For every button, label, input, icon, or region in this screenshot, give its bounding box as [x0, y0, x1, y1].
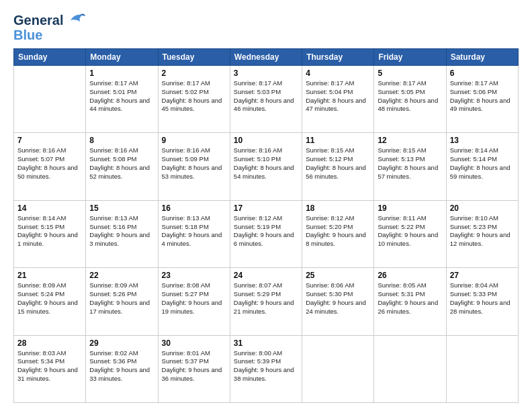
calendar-cell: 12Sunrise: 8:15 AMSunset: 5:13 PMDayligh…	[374, 133, 446, 200]
calendar-cell: 28Sunrise: 8:03 AMSunset: 5:34 PMDayligh…	[14, 335, 86, 402]
calendar-cell	[374, 335, 446, 402]
calendar-cell: 13Sunrise: 8:14 AMSunset: 5:14 PMDayligh…	[446, 133, 518, 200]
day-detail: Sunrise: 8:16 AMSunset: 5:08 PMDaylight:…	[89, 146, 154, 181]
day-number: 13	[450, 136, 515, 145]
day-number: 18	[306, 203, 370, 213]
weekday-header-saturday: Saturday	[446, 49, 518, 66]
logo-bird-icon	[65, 11, 87, 30]
day-number: 15	[89, 203, 154, 213]
day-number: 9	[162, 136, 226, 145]
calendar-cell	[446, 335, 518, 402]
day-detail: Sunrise: 8:10 AMSunset: 5:23 PMDaylight:…	[450, 214, 515, 248]
day-detail: Sunrise: 8:13 AMSunset: 5:16 PMDaylight:…	[89, 214, 154, 248]
day-number: 28	[17, 338, 82, 348]
day-number: 6	[450, 68, 515, 78]
day-detail: Sunrise: 8:17 AMSunset: 5:02 PMDaylight:…	[162, 79, 226, 113]
day-detail: Sunrise: 8:16 AMSunset: 5:10 PMDaylight:…	[234, 146, 298, 181]
day-detail: Sunrise: 8:15 AMSunset: 5:12 PMDaylight:…	[306, 146, 370, 181]
day-number: 20	[450, 203, 515, 213]
day-number: 23	[162, 271, 226, 280]
calendar-cell: 14Sunrise: 8:14 AMSunset: 5:15 PMDayligh…	[14, 200, 86, 267]
calendar-week-row: 7Sunrise: 8:16 AMSunset: 5:07 PMDaylight…	[14, 133, 519, 200]
calendar-cell: 20Sunrise: 8:10 AMSunset: 5:23 PMDayligh…	[446, 200, 518, 267]
day-detail: Sunrise: 8:02 AMSunset: 5:36 PMDaylight:…	[89, 349, 154, 383]
day-number: 19	[378, 203, 442, 213]
calendar-cell: 17Sunrise: 8:12 AMSunset: 5:19 PMDayligh…	[230, 200, 302, 267]
weekday-header-wednesday: Wednesday	[230, 49, 302, 66]
day-number: 22	[89, 271, 154, 280]
calendar-cell: 16Sunrise: 8:13 AMSunset: 5:18 PMDayligh…	[158, 200, 230, 267]
day-number: 17	[234, 203, 298, 213]
day-number: 2	[162, 68, 226, 78]
day-number: 7	[17, 136, 82, 145]
day-number: 3	[234, 68, 298, 78]
calendar-week-row: 21Sunrise: 8:09 AMSunset: 5:24 PMDayligh…	[14, 268, 519, 335]
day-number: 24	[234, 271, 298, 280]
day-detail: Sunrise: 8:16 AMSunset: 5:09 PMDaylight:…	[162, 146, 226, 181]
calendar-week-row: 1Sunrise: 8:17 AMSunset: 5:01 PMDaylight…	[14, 66, 519, 133]
calendar-cell: 4Sunrise: 8:17 AMSunset: 5:04 PMDaylight…	[302, 66, 374, 133]
calendar-cell: 1Sunrise: 8:17 AMSunset: 5:01 PMDaylight…	[86, 66, 158, 133]
day-detail: Sunrise: 8:01 AMSunset: 5:37 PMDaylight:…	[162, 349, 226, 383]
day-detail: Sunrise: 8:09 AMSunset: 5:24 PMDaylight:…	[17, 281, 82, 316]
day-number: 11	[306, 136, 370, 145]
day-detail: Sunrise: 8:12 AMSunset: 5:19 PMDaylight:…	[234, 214, 298, 248]
day-detail: Sunrise: 8:04 AMSunset: 5:33 PMDaylight:…	[450, 281, 515, 316]
day-number: 4	[306, 68, 370, 78]
day-number: 25	[306, 271, 370, 280]
day-number: 30	[162, 338, 226, 348]
day-detail: Sunrise: 8:05 AMSunset: 5:31 PMDaylight:…	[378, 281, 442, 316]
day-number: 27	[450, 271, 515, 280]
calendar-cell: 18Sunrise: 8:12 AMSunset: 5:20 PMDayligh…	[302, 200, 374, 267]
day-number: 12	[378, 136, 442, 145]
day-number: 21	[17, 271, 82, 280]
day-detail: Sunrise: 8:17 AMSunset: 5:04 PMDaylight:…	[306, 79, 370, 113]
weekday-header-sunday: Sunday	[14, 49, 86, 66]
weekday-header-tuesday: Tuesday	[158, 49, 230, 66]
day-number: 26	[378, 271, 442, 280]
day-number: 31	[234, 338, 298, 348]
calendar-cell: 11Sunrise: 8:15 AMSunset: 5:12 PMDayligh…	[302, 133, 374, 200]
calendar-week-row: 28Sunrise: 8:03 AMSunset: 5:34 PMDayligh…	[14, 335, 519, 402]
calendar-cell: 27Sunrise: 8:04 AMSunset: 5:33 PMDayligh…	[446, 268, 518, 335]
day-detail: Sunrise: 8:12 AMSunset: 5:20 PMDaylight:…	[306, 214, 370, 248]
day-detail: Sunrise: 8:08 AMSunset: 5:27 PMDaylight:…	[162, 281, 226, 316]
day-detail: Sunrise: 8:00 AMSunset: 5:39 PMDaylight:…	[234, 349, 298, 383]
calendar-cell: 24Sunrise: 8:07 AMSunset: 5:29 PMDayligh…	[230, 268, 302, 335]
page: General Blue SundayMondayTuesdayWednesda…	[0, 0, 532, 411]
day-detail: Sunrise: 8:16 AMSunset: 5:07 PMDaylight:…	[17, 146, 82, 181]
day-detail: Sunrise: 8:15 AMSunset: 5:13 PMDaylight:…	[378, 146, 442, 181]
calendar-cell: 31Sunrise: 8:00 AMSunset: 5:39 PMDayligh…	[230, 335, 302, 402]
calendar-cell: 26Sunrise: 8:05 AMSunset: 5:31 PMDayligh…	[374, 268, 446, 335]
day-number: 29	[89, 338, 154, 348]
calendar-cell: 10Sunrise: 8:16 AMSunset: 5:10 PMDayligh…	[230, 133, 302, 200]
calendar-cell: 21Sunrise: 8:09 AMSunset: 5:24 PMDayligh…	[14, 268, 86, 335]
calendar-cell: 2Sunrise: 8:17 AMSunset: 5:02 PMDaylight…	[158, 66, 230, 133]
day-number: 14	[17, 203, 82, 213]
day-number: 5	[378, 68, 442, 78]
day-number: 16	[162, 203, 226, 213]
day-detail: Sunrise: 8:03 AMSunset: 5:34 PMDaylight:…	[17, 349, 82, 383]
calendar-cell: 29Sunrise: 8:02 AMSunset: 5:36 PMDayligh…	[86, 335, 158, 402]
calendar-week-row: 14Sunrise: 8:14 AMSunset: 5:15 PMDayligh…	[14, 200, 519, 267]
weekday-header-monday: Monday	[86, 49, 158, 66]
calendar-cell: 5Sunrise: 8:17 AMSunset: 5:05 PMDaylight…	[374, 66, 446, 133]
calendar-cell: 7Sunrise: 8:16 AMSunset: 5:07 PMDaylight…	[14, 133, 86, 200]
logo-blue: Blue	[13, 28, 87, 42]
day-detail: Sunrise: 8:11 AMSunset: 5:22 PMDaylight:…	[378, 214, 442, 248]
weekday-header-thursday: Thursday	[302, 49, 374, 66]
calendar-cell: 22Sunrise: 8:09 AMSunset: 5:26 PMDayligh…	[86, 268, 158, 335]
day-detail: Sunrise: 8:06 AMSunset: 5:30 PMDaylight:…	[306, 281, 370, 316]
day-number: 1	[89, 68, 154, 78]
calendar-cell: 30Sunrise: 8:01 AMSunset: 5:37 PMDayligh…	[158, 335, 230, 402]
calendar-cell: 15Sunrise: 8:13 AMSunset: 5:16 PMDayligh…	[86, 200, 158, 267]
day-detail: Sunrise: 8:13 AMSunset: 5:18 PMDaylight:…	[162, 214, 226, 248]
logo-general: General	[13, 13, 63, 28]
calendar-cell: 6Sunrise: 8:17 AMSunset: 5:06 PMDaylight…	[446, 66, 518, 133]
day-detail: Sunrise: 8:17 AMSunset: 5:06 PMDaylight:…	[450, 79, 515, 113]
calendar-cell	[14, 66, 86, 133]
day-detail: Sunrise: 8:17 AMSunset: 5:01 PMDaylight:…	[89, 79, 154, 113]
header: General Blue	[13, 11, 519, 42]
day-detail: Sunrise: 8:14 AMSunset: 5:14 PMDaylight:…	[450, 146, 515, 181]
day-detail: Sunrise: 8:17 AMSunset: 5:05 PMDaylight:…	[378, 79, 442, 113]
